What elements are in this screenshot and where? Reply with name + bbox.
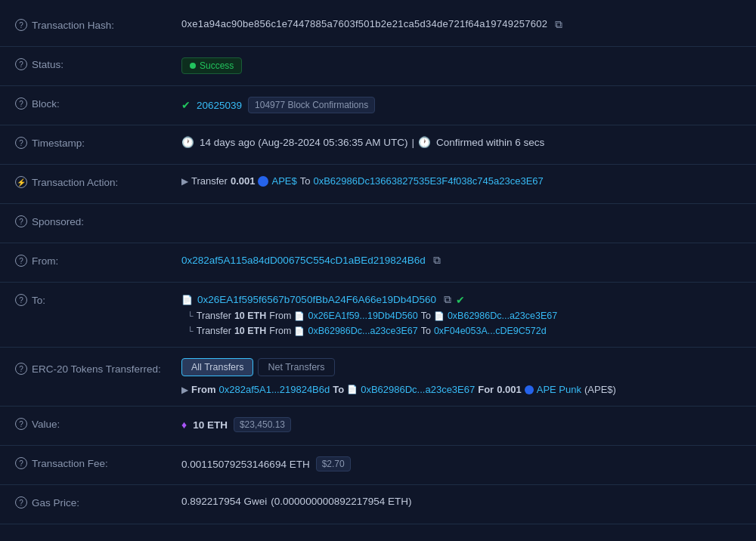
sponsored-help-icon[interactable]: ?: [15, 215, 27, 227]
tx-action-amount: 0.001: [231, 175, 256, 187]
block-number-link[interactable]: 20625039: [197, 100, 242, 111]
to-transfer2-label: Transfer: [197, 326, 231, 336]
to-address-link[interactable]: 0x26EA1f595f6567b7050fBbA24F6A66e19Db4D5…: [197, 294, 436, 305]
to-transfer1-from-text: From: [269, 311, 291, 321]
block-label: Block:: [32, 98, 60, 110]
erc20-amount: 0.001: [497, 384, 522, 395]
block-help-icon[interactable]: ?: [15, 97, 27, 110]
from-help-icon[interactable]: ?: [15, 255, 27, 267]
clock2-icon: 🕐: [418, 136, 431, 148]
fee-label: Transaction Fee:: [32, 458, 108, 469]
to-verified-icon: ✔: [456, 294, 465, 306]
erc20-row: ? ERC-20 Tokens Transferred: All Transfe…: [0, 348, 756, 407]
block-confirmations-badge: 104977 Block Confirmations: [248, 97, 375, 113]
to-transfer1-to-addr[interactable]: 0xB62986Dc...a23ce3E67: [448, 311, 557, 321]
to-transfer2-from-addr[interactable]: 0xB62986Dc...a23ce3E67: [308, 326, 417, 336]
timestamp-separator: |: [411, 137, 414, 148]
erc20-label-col: ? ERC-20 Tokens Transferred:: [15, 358, 181, 375]
erc20-value-col: All Transfers Net Transfers ▶ From 0x282…: [181, 358, 741, 395]
timestamp-row: ? Timestamp: 🕐 14 days ago (Aug-28-2024 …: [0, 125, 756, 165]
fee-value-col: 0.00115079253146694 ETH $2.70: [181, 456, 741, 471]
corner-icon-2: └: [187, 326, 194, 335]
to-transfer1-from-addr[interactable]: 0x26EA1f59...19Db4D560: [308, 311, 417, 321]
erc20-help-icon[interactable]: ?: [15, 363, 27, 375]
fee-usd-badge: $2.70: [316, 456, 351, 471]
tx-action-row: ⚡ Transaction Action: ▶ Transfer 0.001 A…: [0, 165, 756, 204]
hash-copy-icon[interactable]: ⧉: [555, 18, 562, 31]
erc20-net-transfers-tab[interactable]: Net Transfers: [258, 358, 334, 376]
to-value-col: 📄 0x26EA1f595f6567b7050fBbA24F6A66e19Db4…: [181, 293, 741, 336]
tx-action-to-address-link[interactable]: 0xB62986Dc13663827535E3F4f038c745a23ce3E…: [313, 175, 543, 187]
tx-action-label-col: ⚡ Transaction Action:: [15, 175, 181, 188]
to-transfer2-amount: 10 ETH: [234, 326, 266, 336]
tx-action-token-link[interactable]: APE$: [271, 175, 296, 187]
status-badge: Success: [181, 57, 242, 74]
sponsored-row: ? Sponsored:: [0, 204, 756, 243]
block-label-col: ? Block:: [15, 97, 181, 110]
tx-action-transfer-text: Transfer: [191, 175, 228, 187]
to-transfer2-to-text: To: [421, 326, 431, 336]
hash-label-col: ? Transaction Hash:: [15, 18, 181, 31]
ape-coin-icon: [258, 176, 268, 187]
eth-diamond-icon: ♦: [181, 419, 187, 431]
block-check-icon: ✔: [181, 99, 191, 111]
to-transfer2-from-text: From: [269, 326, 291, 336]
tx-action-label: Transaction Action:: [32, 177, 118, 188]
to-label-col: ? To:: [15, 293, 181, 306]
hash-label: Transaction Hash:: [32, 20, 114, 31]
value-eth: 10 ETH: [193, 419, 228, 431]
fee-help-icon[interactable]: ?: [15, 457, 27, 469]
block-value-col: ✔ 20625039 104977 Block Confirmations: [181, 97, 741, 113]
gas-gwei: 0.892217954 Gwei: [181, 496, 267, 507]
to-transfer1-amount: 10 ETH: [234, 311, 266, 321]
sponsored-label: Sponsored:: [32, 216, 84, 227]
hash-value-col: 0xe1a94ac90be856c1e7447885a7603f501b2e21…: [181, 18, 741, 31]
erc20-to-address[interactable]: 0xB62986Dc...a23ce3E67: [361, 384, 475, 395]
to-help-icon[interactable]: ?: [15, 294, 27, 306]
erc20-for-label: For: [478, 384, 494, 395]
to-transfer1-label: Transfer: [197, 311, 231, 321]
from-value-col: 0x282af5A115a84dD00675C554cD1aBEd219824B…: [181, 254, 741, 267]
to-address-line: 📄 0x26EA1f595f6567b7050fBbA24F6A66e19Db4…: [181, 293, 465, 306]
erc20-from-address[interactable]: 0x282af5A1...219824B6d: [219, 384, 330, 395]
to-copy-icon[interactable]: ⧉: [444, 293, 451, 306]
status-label: Status:: [32, 59, 64, 70]
from-address-link[interactable]: 0x282af5A115a84dD00675C554cD1aBEd219824B…: [181, 255, 426, 266]
block-row: ? Block: ✔ 20625039 104977 Block Confirm…: [0, 86, 756, 125]
from-row: ? From: 0x282af5A115a84dD00675C554cD1aBE…: [0, 243, 756, 283]
erc20-coin-icon: [525, 385, 534, 394]
value-help-icon[interactable]: ?: [15, 418, 27, 430]
from-copy-icon[interactable]: ⧉: [433, 254, 441, 267]
gas-value-col: 0.892217954 Gwei (0.000000000892217954 E…: [181, 496, 741, 507]
status-value-col: Success: [181, 57, 741, 74]
from-label-col: ? From:: [15, 254, 181, 267]
to-transfer2-to-addr[interactable]: 0xF04e053A...cDE9C572d: [434, 326, 547, 336]
erc20-token-name-link[interactable]: APE Punk: [537, 384, 581, 395]
erc20-all-transfers-tab[interactable]: All Transfers: [181, 358, 253, 376]
to-doc-icon: 📄: [181, 295, 193, 305]
erc20-arrow-icon: ▶: [181, 385, 188, 395]
transaction-detail-page: ? Transaction Hash: 0xe1a94ac90be856c1e7…: [0, 0, 756, 532]
sponsored-label-col: ? Sponsored:: [15, 215, 181, 227]
erc20-token-symbol: (APE$): [584, 384, 616, 395]
hash-help-icon[interactable]: ?: [15, 19, 27, 31]
status-help-icon[interactable]: ?: [15, 58, 27, 70]
erc20-label: ERC-20 Tokens Transferred:: [32, 363, 161, 375]
sub1-doc-icon2: 📄: [434, 311, 445, 321]
value-usd-badge: $23,450.13: [234, 417, 291, 432]
status-label-col: ? Status:: [15, 57, 181, 70]
status-row: ? Status: Success: [0, 47, 756, 86]
timestamp-value: 14 days ago (Aug-28-2024 05:36:35 AM UTC…: [200, 137, 407, 148]
value-label-col: ? Value:: [15, 417, 181, 430]
clock-icon: 🕐: [181, 136, 194, 148]
gas-label: Gas Price:: [32, 497, 79, 509]
corner-icon-1: └: [187, 311, 194, 320]
timestamp-value-col: 🕐 14 days ago (Aug-28-2024 05:36:35 AM U…: [181, 136, 741, 148]
value-row: ? Value: ♦ 10 ETH $23,450.13: [0, 407, 756, 446]
timestamp-label: Timestamp:: [32, 138, 85, 149]
gas-label-col: ? Gas Price:: [15, 496, 181, 509]
gas-row: ? Gas Price: 0.892217954 Gwei (0.0000000…: [0, 485, 756, 524]
to-sub-transfer-2: └ Transfer 10 ETH From 📄 0xB62986Dc...a2…: [187, 326, 547, 336]
timestamp-help-icon[interactable]: ?: [15, 137, 27, 149]
gas-help-icon[interactable]: ?: [15, 496, 27, 509]
